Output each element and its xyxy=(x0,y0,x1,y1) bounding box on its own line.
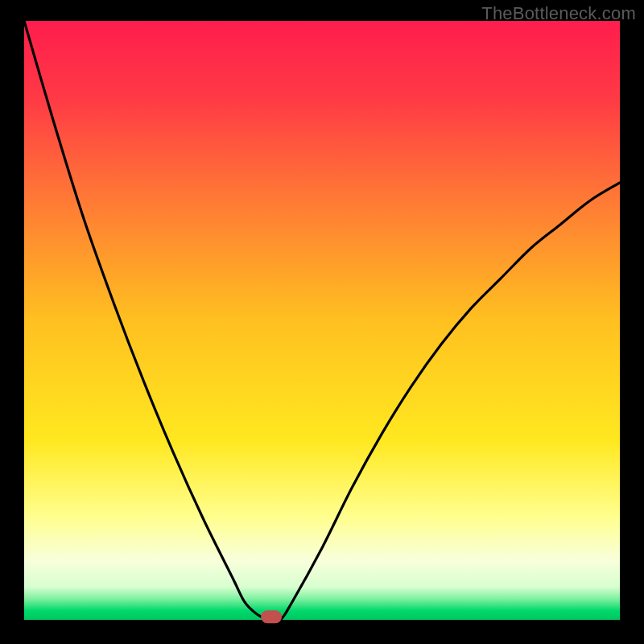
svg-rect-1 xyxy=(24,21,620,620)
watermark-text: TheBottleneck.com xyxy=(481,3,636,24)
bottleneck-chart: TheBottleneck.com xyxy=(0,0,644,644)
svg-rect-2 xyxy=(261,610,282,623)
chart-svg xyxy=(0,0,644,644)
